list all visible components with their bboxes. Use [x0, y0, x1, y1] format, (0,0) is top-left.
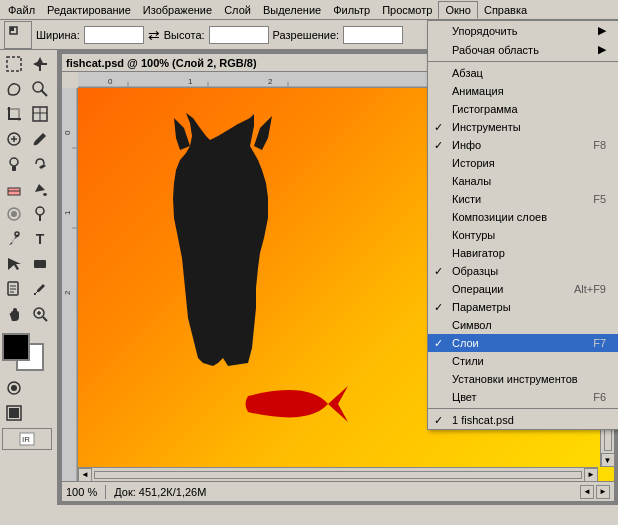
left-toolbar: T [0, 50, 58, 505]
resolution-input[interactable] [343, 26, 403, 44]
foreground-color[interactable] [2, 333, 30, 361]
status-scroll-right[interactable]: ► [596, 485, 610, 499]
tool-dodge[interactable] [28, 202, 52, 226]
tool-eyedropper[interactable] [28, 277, 52, 301]
tool-shape[interactable] [28, 252, 52, 276]
menu-item-channels[interactable]: Каналы [428, 172, 618, 190]
tool-brush[interactable] [28, 127, 52, 151]
menu-item-animation-label: Анимация [452, 85, 504, 97]
menu-help[interactable]: Справка [478, 2, 533, 18]
menu-item-styles[interactable]: Стили [428, 352, 618, 370]
svg-point-33 [11, 385, 17, 391]
menu-selection[interactable]: Выделение [257, 2, 327, 18]
menubar: Файл Редактирование Изображение Слой Выд… [0, 0, 618, 20]
h-scrollbar-track[interactable] [94, 471, 582, 479]
menu-item-workspace-arrow: ▶ [598, 43, 606, 56]
menu-item-info-label: Инфо [452, 139, 481, 151]
width-input[interactable] [84, 26, 144, 44]
tool-crop[interactable] [2, 102, 26, 126]
menu-item-arrange[interactable]: Упорядочить ▶ [428, 21, 618, 40]
fish-silhouette [238, 376, 348, 431]
menu-item-animation[interactable]: Анимация [428, 82, 618, 100]
tool-history-brush[interactable] [28, 152, 52, 176]
menu-window[interactable]: Окно [438, 1, 478, 19]
tool-blur[interactable] [2, 202, 26, 226]
status-scroll-left[interactable]: ◄ [580, 485, 594, 499]
menu-item-navigator[interactable]: Навигатор [428, 244, 618, 262]
menu-item-paragraph[interactable]: Абзац [428, 64, 618, 82]
svg-point-19 [36, 207, 44, 215]
tool-eraser[interactable] [2, 177, 26, 201]
svg-rect-14 [12, 166, 16, 171]
menu-item-fishcat-label: 1 fishcat.psd [452, 414, 514, 426]
menu-item-options[interactable]: ✓ Параметры [428, 298, 618, 316]
svg-text:0: 0 [63, 130, 72, 135]
menu-item-workspace[interactable]: Рабочая область ▶ [428, 40, 618, 59]
menu-item-tools[interactable]: ✓ Инструменты [428, 118, 618, 136]
menu-item-paths[interactable]: Контуры [428, 226, 618, 244]
tool-pen[interactable] [2, 227, 26, 251]
tool-slice[interactable] [28, 102, 52, 126]
menu-item-navigator-label: Навигатор [452, 247, 505, 259]
tool-move[interactable] [28, 52, 52, 76]
menu-item-layer-comps[interactable]: Композиции слоев [428, 208, 618, 226]
menu-item-layers-check: ✓ [434, 337, 443, 350]
menu-item-brushes-label: Кисти [452, 193, 481, 205]
menu-layer[interactable]: Слой [218, 2, 257, 18]
menu-item-character[interactable]: Символ [428, 316, 618, 334]
svg-point-6 [33, 82, 43, 92]
menu-item-actions[interactable]: Операции Alt+F9 [428, 280, 618, 298]
svg-point-18 [11, 211, 17, 217]
menu-item-histogram[interactable]: Гистограмма [428, 100, 618, 118]
menu-image[interactable]: Изображение [137, 2, 218, 18]
status-divider [105, 485, 106, 499]
svg-line-29 [43, 317, 47, 321]
tool-text[interactable]: T [28, 227, 52, 251]
menu-item-tool-presets[interactable]: Установки инструментов [428, 370, 618, 388]
tool-lasso[interactable] [2, 77, 26, 101]
scroll-left-btn[interactable]: ◄ [78, 468, 92, 482]
tool-notes[interactable] [2, 277, 26, 301]
menu-item-options-check: ✓ [434, 301, 443, 314]
svg-rect-35 [9, 408, 19, 418]
screen-mode-btn[interactable] [2, 401, 26, 425]
svg-text:2: 2 [63, 290, 72, 295]
menu-item-fishcat[interactable]: ✓ 1 fishcat.psd [428, 411, 618, 429]
tool-hand[interactable] [2, 302, 26, 326]
menu-item-info-check: ✓ [434, 139, 443, 152]
svg-marker-22 [8, 258, 21, 270]
menu-item-layers[interactable]: ✓ Слои F7 [428, 334, 618, 352]
menu-item-swatches[interactable]: ✓ Образцы [428, 262, 618, 280]
menu-item-history[interactable]: История [428, 154, 618, 172]
tool-healing[interactable] [2, 127, 26, 151]
tool-marquee[interactable] [2, 52, 26, 76]
menu-filter[interactable]: Фильтр [327, 2, 376, 18]
menu-view[interactable]: Просмотр [376, 2, 438, 18]
tool-options-icon[interactable] [4, 21, 32, 49]
quick-mask-btn[interactable] [2, 376, 26, 400]
tool-zoom[interactable] [28, 302, 52, 326]
doc-info: Док: 451,2К/1,26М [114, 486, 206, 498]
tool-path-select[interactable] [2, 252, 26, 276]
menu-item-paragraph-label: Абзац [452, 67, 483, 79]
tool-magic-wand[interactable] [28, 77, 52, 101]
menu-item-options-label: Параметры [452, 301, 511, 313]
menu-item-character-label: Символ [452, 319, 492, 331]
swap-icon[interactable]: ⇄ [148, 27, 160, 43]
menu-file[interactable]: Файл [2, 2, 41, 18]
scroll-right-btn[interactable]: ► [584, 468, 598, 482]
tool-paint-bucket[interactable] [28, 177, 52, 201]
menu-item-brushes[interactable]: Кисти F5 [428, 190, 618, 208]
scroll-down-btn[interactable]: ▼ [601, 453, 615, 467]
window-dropdown-menu: Упорядочить ▶ Рабочая область ▶ Абзац Ан… [427, 20, 618, 430]
height-input[interactable] [209, 26, 269, 44]
menu-item-styles-label: Стили [452, 355, 484, 367]
menu-edit[interactable]: Редактирование [41, 2, 137, 18]
h-scrollbar[interactable]: ◄ ► [78, 467, 598, 481]
tool-clone-stamp[interactable] [2, 152, 26, 176]
svg-rect-2 [7, 57, 21, 71]
menu-item-info[interactable]: ✓ Инфо F8 [428, 136, 618, 154]
imageready-btn[interactable]: IR [2, 428, 52, 450]
menu-item-arrange-arrow: ▶ [598, 24, 606, 37]
menu-item-color[interactable]: Цвет F6 [428, 388, 618, 406]
